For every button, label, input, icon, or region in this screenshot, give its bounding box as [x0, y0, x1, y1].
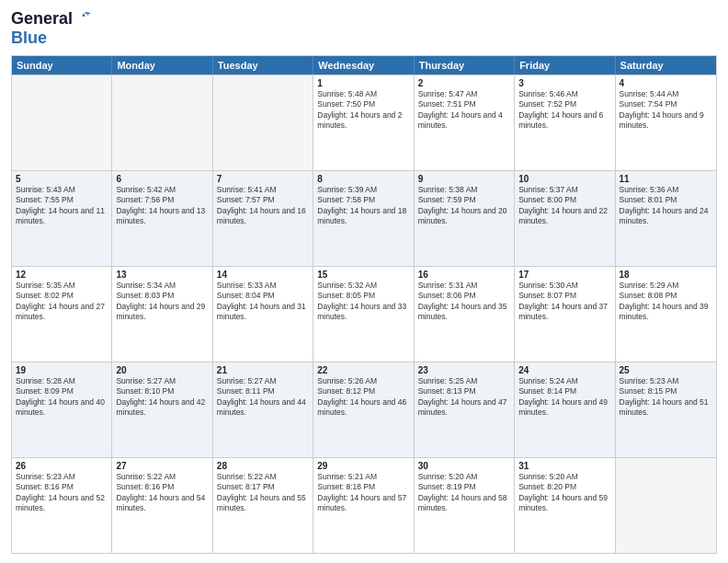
day-detail: Sunrise: 5:33 AMSunset: 8:04 PMDaylight:… [217, 281, 309, 323]
calendar-cell: 31Sunrise: 5:20 AMSunset: 8:20 PMDayligh… [515, 458, 615, 553]
calendar-cell: 24Sunrise: 5:24 AMSunset: 8:14 PMDayligh… [515, 362, 615, 457]
day-detail: Sunrise: 5:48 AMSunset: 7:50 PMDaylight:… [317, 89, 409, 132]
day-detail: Sunrise: 5:23 AMSunset: 8:15 PMDaylight:… [620, 376, 712, 419]
day-number: 21 [217, 365, 309, 375]
calendar-cell: 16Sunrise: 5:31 AMSunset: 8:06 PMDayligh… [415, 267, 515, 362]
calendar-header-cell: Saturday [616, 56, 716, 75]
day-number: 10 [518, 174, 610, 184]
calendar-header-cell: Friday [515, 56, 615, 75]
day-detail: Sunrise: 5:26 AMSunset: 8:12 PMDaylight:… [317, 376, 409, 419]
calendar-header: SundayMondayTuesdayWednesdayThursdayFrid… [12, 56, 716, 75]
day-number: 30 [418, 461, 510, 471]
day-detail: Sunrise: 5:37 AMSunset: 8:00 PMDaylight:… [518, 185, 610, 227]
calendar-cell: 17Sunrise: 5:30 AMSunset: 8:07 PMDayligh… [515, 267, 615, 362]
logo-general-text: General [11, 9, 73, 29]
day-number: 1 [317, 78, 409, 88]
calendar-cell: 28Sunrise: 5:22 AMSunset: 8:17 PMDayligh… [213, 458, 313, 553]
day-number: 23 [418, 365, 510, 375]
calendar-cell: 7Sunrise: 5:41 AMSunset: 7:57 PMDaylight… [213, 171, 313, 266]
calendar-header-cell: Tuesday [213, 56, 313, 75]
calendar-cell [616, 458, 716, 553]
day-number: 15 [317, 270, 409, 280]
calendar-cell: 22Sunrise: 5:26 AMSunset: 8:12 PMDayligh… [313, 362, 414, 457]
day-number: 4 [620, 78, 712, 88]
calendar-cell: 23Sunrise: 5:25 AMSunset: 8:13 PMDayligh… [415, 362, 515, 457]
calendar-row: 26Sunrise: 5:23 AMSunset: 8:16 PMDayligh… [12, 457, 716, 553]
day-detail: Sunrise: 5:27 AMSunset: 8:10 PMDaylight:… [116, 376, 208, 419]
calendar-cell: 4Sunrise: 5:44 AMSunset: 7:54 PMDaylight… [616, 75, 716, 170]
day-detail: Sunrise: 5:35 AMSunset: 8:02 PMDaylight:… [16, 281, 108, 323]
calendar-cell [112, 75, 212, 170]
day-detail: Sunrise: 5:22 AMSunset: 8:16 PMDaylight:… [116, 472, 208, 514]
day-detail: Sunrise: 5:38 AMSunset: 7:59 PMDaylight:… [418, 185, 510, 227]
calendar-header-cell: Wednesday [313, 56, 414, 75]
day-number: 27 [116, 461, 208, 471]
day-number: 9 [418, 174, 510, 184]
day-number: 14 [217, 270, 309, 280]
calendar-cell: 15Sunrise: 5:32 AMSunset: 8:05 PMDayligh… [313, 267, 414, 362]
day-detail: Sunrise: 5:39 AMSunset: 7:58 PMDaylight:… [317, 185, 409, 227]
calendar-cell: 11Sunrise: 5:36 AMSunset: 8:01 PMDayligh… [616, 171, 716, 266]
day-detail: Sunrise: 5:29 AMSunset: 8:08 PMDaylight:… [620, 281, 712, 323]
day-detail: Sunrise: 5:28 AMSunset: 8:09 PMDaylight:… [16, 376, 108, 419]
day-detail: Sunrise: 5:25 AMSunset: 8:13 PMDaylight:… [418, 376, 510, 419]
calendar-cell: 26Sunrise: 5:23 AMSunset: 8:16 PMDayligh… [12, 458, 112, 553]
day-detail: Sunrise: 5:43 AMSunset: 7:55 PMDaylight:… [16, 185, 108, 227]
calendar-cell: 12Sunrise: 5:35 AMSunset: 8:02 PMDayligh… [12, 267, 112, 362]
calendar: SundayMondayTuesdayWednesdayThursdayFrid… [11, 55, 717, 554]
day-number: 25 [620, 365, 712, 375]
day-detail: Sunrise: 5:34 AMSunset: 8:03 PMDaylight:… [116, 281, 208, 323]
calendar-cell: 20Sunrise: 5:27 AMSunset: 8:10 PMDayligh… [112, 362, 212, 457]
day-detail: Sunrise: 5:21 AMSunset: 8:18 PMDaylight:… [317, 472, 409, 514]
calendar-cell: 30Sunrise: 5:20 AMSunset: 8:19 PMDayligh… [415, 458, 515, 553]
day-detail: Sunrise: 5:42 AMSunset: 7:56 PMDaylight:… [116, 185, 208, 227]
calendar-row: 19Sunrise: 5:28 AMSunset: 8:09 PMDayligh… [12, 362, 716, 457]
calendar-cell: 9Sunrise: 5:38 AMSunset: 7:59 PMDaylight… [415, 171, 515, 266]
calendar-cell [12, 75, 112, 170]
logo-blue-text: Blue [11, 29, 47, 48]
calendar-cell: 14Sunrise: 5:33 AMSunset: 8:04 PMDayligh… [213, 267, 313, 362]
day-number: 3 [518, 78, 610, 88]
day-number: 19 [16, 365, 108, 375]
calendar-cell: 8Sunrise: 5:39 AMSunset: 7:58 PMDaylight… [313, 171, 414, 266]
logo-bird-icon [74, 10, 93, 29]
calendar-cell: 27Sunrise: 5:22 AMSunset: 8:16 PMDayligh… [112, 458, 212, 553]
calendar-cell: 29Sunrise: 5:21 AMSunset: 8:18 PMDayligh… [313, 458, 414, 553]
calendar-cell: 25Sunrise: 5:23 AMSunset: 8:15 PMDayligh… [616, 362, 716, 457]
day-number: 20 [116, 365, 208, 375]
day-number: 5 [16, 174, 108, 184]
day-detail: Sunrise: 5:22 AMSunset: 8:17 PMDaylight:… [217, 472, 309, 514]
calendar-cell: 5Sunrise: 5:43 AMSunset: 7:55 PMDaylight… [12, 171, 112, 266]
day-number: 16 [418, 270, 510, 280]
calendar-cell: 2Sunrise: 5:47 AMSunset: 7:51 PMDaylight… [415, 75, 515, 170]
day-detail: Sunrise: 5:44 AMSunset: 7:54 PMDaylight:… [620, 89, 712, 132]
calendar-header-cell: Monday [112, 56, 212, 75]
calendar-cell: 10Sunrise: 5:37 AMSunset: 8:00 PMDayligh… [515, 171, 615, 266]
day-number: 13 [116, 270, 208, 280]
day-detail: Sunrise: 5:47 AMSunset: 7:51 PMDaylight:… [418, 89, 510, 132]
day-number: 22 [317, 365, 409, 375]
day-number: 2 [418, 78, 510, 88]
calendar-row: 12Sunrise: 5:35 AMSunset: 8:02 PMDayligh… [12, 266, 716, 362]
day-detail: Sunrise: 5:27 AMSunset: 8:11 PMDaylight:… [217, 376, 309, 419]
day-number: 26 [16, 461, 108, 471]
calendar-row: 5Sunrise: 5:43 AMSunset: 7:55 PMDaylight… [12, 170, 716, 266]
calendar-cell: 3Sunrise: 5:46 AMSunset: 7:52 PMDaylight… [515, 75, 615, 170]
calendar-cell [213, 75, 313, 170]
day-number: 24 [518, 365, 610, 375]
day-number: 11 [620, 174, 712, 184]
day-number: 18 [620, 270, 712, 280]
calendar-body: 1Sunrise: 5:48 AMSunset: 7:50 PMDaylight… [12, 75, 716, 553]
calendar-cell: 18Sunrise: 5:29 AMSunset: 8:08 PMDayligh… [616, 267, 716, 362]
day-detail: Sunrise: 5:31 AMSunset: 8:06 PMDaylight:… [418, 281, 510, 323]
day-detail: Sunrise: 5:32 AMSunset: 8:05 PMDaylight:… [317, 281, 409, 323]
logo: General Blue [11, 9, 93, 48]
day-number: 6 [116, 174, 208, 184]
day-detail: Sunrise: 5:30 AMSunset: 8:07 PMDaylight:… [518, 281, 610, 323]
calendar-header-cell: Sunday [12, 56, 112, 75]
day-detail: Sunrise: 5:23 AMSunset: 8:16 PMDaylight:… [16, 472, 108, 514]
day-number: 7 [217, 174, 309, 184]
calendar-cell: 6Sunrise: 5:42 AMSunset: 7:56 PMDaylight… [112, 171, 212, 266]
day-detail: Sunrise: 5:46 AMSunset: 7:52 PMDaylight:… [518, 89, 610, 132]
calendar-cell: 21Sunrise: 5:27 AMSunset: 8:11 PMDayligh… [213, 362, 313, 457]
